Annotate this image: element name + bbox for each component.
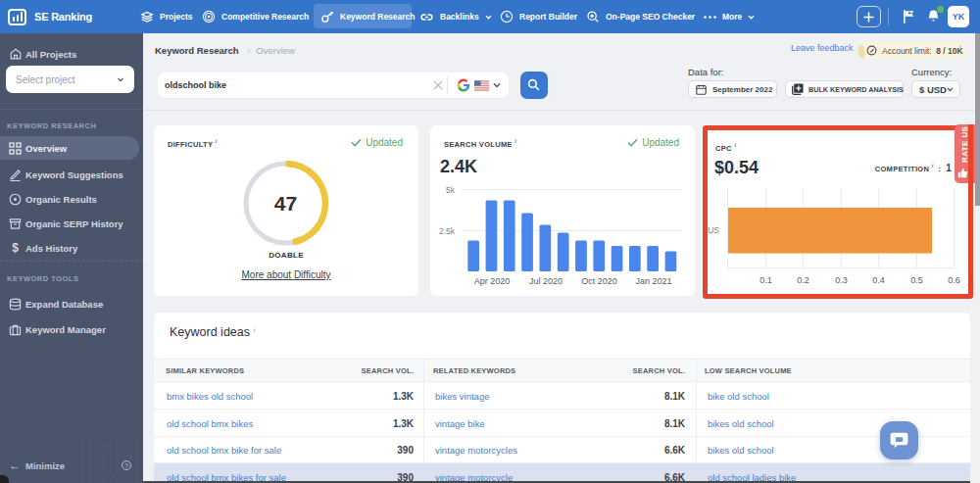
svg-text:5k: 5k xyxy=(446,185,456,195)
svg-text:Jul 2020: Jul 2020 xyxy=(529,276,563,286)
svg-text:US: US xyxy=(708,225,719,235)
svg-text:0.3: 0.3 xyxy=(835,275,848,285)
svg-text:47: 47 xyxy=(274,192,297,215)
svg-text:Oct 2020: Oct 2020 xyxy=(581,276,617,286)
svg-text:Apr 2020: Apr 2020 xyxy=(474,276,511,286)
svg-text:RATE US: RATE US xyxy=(959,125,968,163)
svg-text:Jan 2021: Jan 2021 xyxy=(635,276,671,286)
svg-text:0.4: 0.4 xyxy=(872,275,885,285)
svg-text:0.6: 0.6 xyxy=(948,275,960,285)
svg-text:0.1: 0.1 xyxy=(760,275,772,285)
svg-text:0.2: 0.2 xyxy=(797,275,809,285)
svg-text:0.5: 0.5 xyxy=(910,275,923,285)
svg-text:2.5k: 2.5k xyxy=(439,226,456,236)
